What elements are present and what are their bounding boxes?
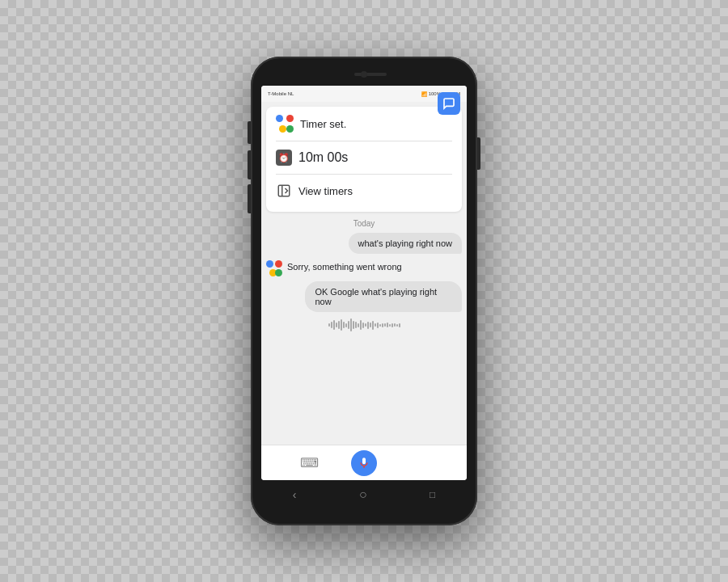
wave-bar (341, 319, 342, 331)
microphone-button[interactable] (351, 450, 377, 476)
wave-bar (336, 323, 337, 327)
home-button[interactable]: ○ (359, 487, 367, 502)
wave-bar (355, 322, 357, 328)
user-bubble-2: OK Google what's playing right now (305, 281, 462, 312)
phone: T-Mobile NL 📶 100% 8:22 AM (251, 57, 477, 525)
volume-down-button (248, 150, 251, 179)
phone-top (256, 66, 472, 82)
wave-bar (360, 320, 362, 330)
wave-bar (350, 318, 352, 331)
timer-set-text: Timer set. (300, 118, 346, 130)
front-camera (361, 71, 367, 78)
timer-card: Timer set. ⏰ 10m 00s (266, 107, 462, 212)
dot-green (275, 269, 282, 276)
recent-apps-button[interactable]: □ (430, 489, 435, 500)
audio-waveform (261, 312, 467, 338)
wave-bar (365, 323, 366, 327)
screen: T-Mobile NL 📶 100% 8:22 AM (261, 86, 467, 480)
navigation-bar: ‹ ○ □ (261, 480, 467, 509)
google-assistant-icon (276, 115, 294, 133)
view-timers-icon (276, 183, 292, 199)
wave-bar (331, 322, 332, 328)
status-bar: T-Mobile NL 📶 100% 8:22 AM (261, 86, 467, 102)
wave-bar (370, 323, 371, 327)
timer-clock-icon: ⏰ (276, 150, 292, 166)
earpiece-speaker (354, 73, 387, 76)
wave-bar (353, 321, 354, 329)
wave-bar (379, 324, 381, 327)
wave-bar (399, 323, 400, 327)
wave-bar (382, 323, 383, 327)
bottom-toolbar: ⌨ (261, 445, 467, 480)
signal-icons: 📶 (421, 91, 427, 97)
timer-time-row: ⏰ 10m 00s (276, 145, 452, 171)
dot-red (286, 115, 294, 122)
wave-bar (367, 322, 369, 329)
dot-red (275, 260, 282, 268)
view-timers-row[interactable]: View timers (276, 178, 452, 204)
chat-area: what's playing right now Sorry, somethin… (261, 233, 467, 312)
assistant-row: Sorry, something went wrong (266, 259, 462, 276)
wave-bar (389, 324, 391, 327)
wave-bar (343, 322, 345, 328)
wave-bar (392, 323, 393, 327)
clock-symbol: ⏰ (278, 153, 290, 163)
volume-up-button (248, 121, 251, 144)
wave-bar (328, 323, 330, 327)
wave-bar (372, 321, 374, 330)
wave-bar (358, 323, 359, 327)
wave-bar (338, 321, 340, 329)
wave-bar (345, 323, 347, 327)
today-separator: Today (261, 214, 467, 233)
wave-bar (396, 324, 398, 327)
keyboard-icon[interactable]: ⌨ (300, 455, 319, 470)
wave-bar (377, 323, 379, 328)
power-button (477, 137, 480, 170)
carrier-text: T-Mobile NL (268, 91, 294, 96)
wave-bar (387, 323, 388, 327)
divider-1 (276, 141, 452, 141)
dot-yellow (279, 125, 286, 133)
wave-bar (348, 321, 349, 329)
wave-bar (384, 323, 386, 327)
phone-wrapper: T-Mobile NL 📶 100% 8:22 AM (251, 57, 477, 525)
timer-set-row: Timer set. (276, 115, 452, 133)
dot-green (286, 125, 294, 133)
wave-bar (394, 323, 396, 327)
view-timers-label: View timers (298, 185, 353, 197)
dot-blue (266, 260, 273, 268)
bixby-button (248, 184, 251, 213)
divider-2 (276, 174, 452, 175)
wave-bar (375, 323, 376, 327)
back-button[interactable]: ‹ (293, 488, 297, 501)
wave-bar (333, 320, 335, 330)
send-button[interactable] (438, 102, 460, 115)
wave-bar (362, 323, 364, 328)
assistant-bubble: Sorry, something went wrong (287, 259, 402, 275)
content-area: Timer set. ⏰ 10m 00s (261, 102, 467, 445)
user-bubble-1: what's playing right now (349, 233, 462, 254)
dot-blue (276, 115, 283, 122)
assistant-icon (266, 260, 282, 276)
timer-duration-text: 10m 00s (298, 150, 348, 165)
